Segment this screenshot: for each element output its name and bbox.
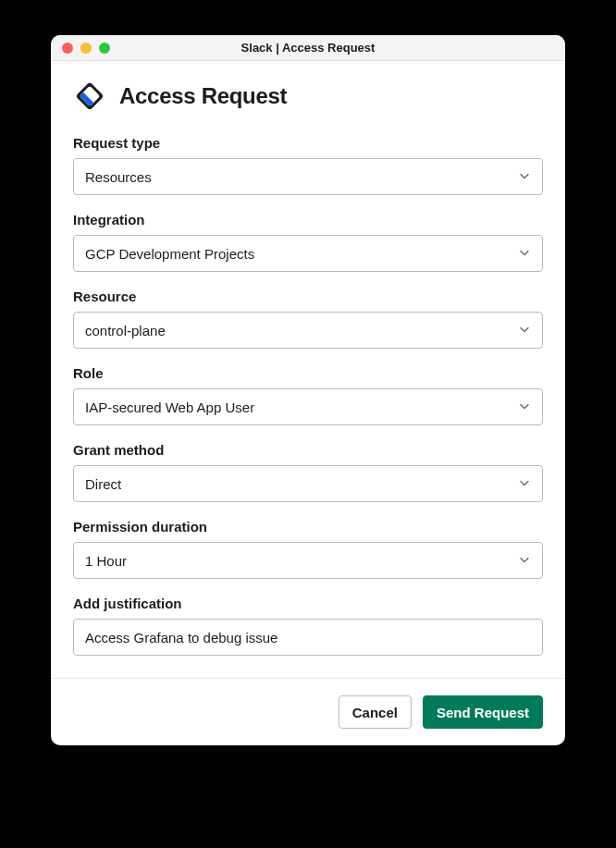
- dialog-title: Access Request: [119, 83, 287, 109]
- select-resource[interactable]: control-plane: [73, 312, 543, 349]
- field-permission-duration: Permission duration 1 Hour: [73, 519, 543, 579]
- select-permission-duration[interactable]: 1 Hour: [73, 542, 543, 579]
- send-request-button[interactable]: Send Request: [423, 695, 543, 729]
- field-request-type: Request type Resources: [73, 135, 543, 195]
- dialog-header: Access Request: [73, 80, 543, 113]
- traffic-lights: [51, 43, 110, 54]
- chevron-down-icon: [518, 169, 531, 185]
- dialog-footer: Cancel Send Request: [51, 678, 565, 745]
- dialog-content: Access Request Request type Resources In…: [51, 61, 565, 678]
- label-justification: Add justification: [73, 596, 543, 611]
- select-value: GCP Development Projects: [85, 246, 254, 262]
- label-resource: Resource: [73, 289, 543, 304]
- field-grant-method: Grant method Direct: [73, 442, 543, 502]
- field-justification: Add justification: [73, 596, 543, 656]
- window-close-button[interactable]: [62, 43, 73, 54]
- label-permission-duration: Permission duration: [73, 519, 543, 535]
- field-resource: Resource control-plane: [73, 289, 543, 349]
- chevron-down-icon: [518, 246, 531, 262]
- window-minimize-button[interactable]: [80, 43, 92, 54]
- window-titlebar: Slack | Access Request: [51, 35, 565, 61]
- select-value: Direct: [85, 476, 121, 492]
- select-value: Resources: [85, 169, 152, 185]
- window-title: Slack | Access Request: [51, 41, 565, 55]
- chevron-down-icon: [518, 476, 531, 492]
- cancel-button[interactable]: Cancel: [339, 695, 412, 729]
- app-logo-icon: [73, 80, 106, 113]
- select-grant-method[interactable]: Direct: [73, 465, 543, 502]
- select-value: IAP-secured Web App User: [85, 399, 254, 415]
- select-request-type[interactable]: Resources: [73, 158, 543, 195]
- window-maximize-button[interactable]: [99, 43, 110, 54]
- chevron-down-icon: [518, 553, 531, 569]
- select-value: control-plane: [85, 323, 166, 338]
- select-integration[interactable]: GCP Development Projects: [73, 235, 543, 272]
- chevron-down-icon: [518, 323, 531, 338]
- label-request-type: Request type: [73, 135, 543, 151]
- select-value: 1 Hour: [85, 553, 127, 569]
- dialog-window: Slack | Access Request Access Request Re…: [51, 35, 565, 745]
- justification-input[interactable]: [73, 619, 543, 656]
- label-role: Role: [73, 365, 543, 381]
- select-role[interactable]: IAP-secured Web App User: [73, 388, 543, 425]
- field-integration: Integration GCP Development Projects: [73, 212, 543, 272]
- chevron-down-icon: [518, 399, 531, 415]
- field-role: Role IAP-secured Web App User: [73, 365, 543, 425]
- label-integration: Integration: [73, 212, 543, 227]
- label-grant-method: Grant method: [73, 442, 543, 458]
